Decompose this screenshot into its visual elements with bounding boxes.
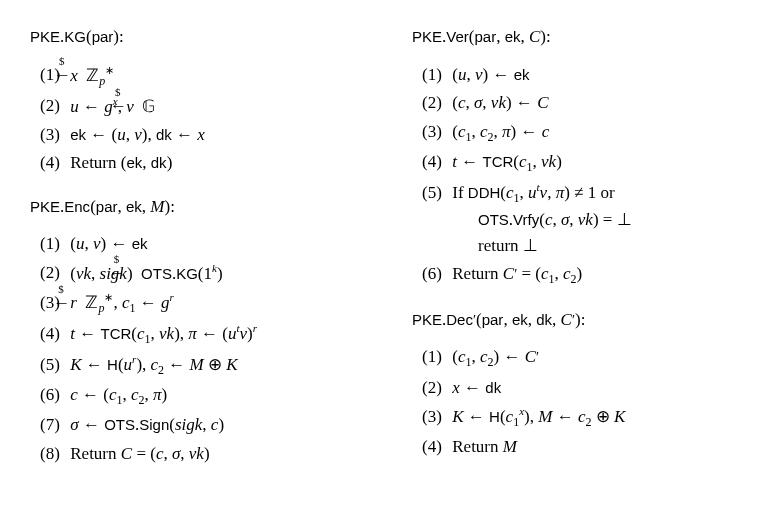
- dec-title: PKE.Dec′(par, ek, dk, C′):: [412, 307, 754, 333]
- algo-step: (1) (u, v) ← ek: [40, 231, 372, 257]
- algo-step: (3) ek ← (u, v), dk ← x: [40, 122, 372, 148]
- kg-title: PKE.KG(par):: [30, 24, 372, 50]
- algo-step: (2) x ← dk: [422, 375, 754, 401]
- algo-step: (5) If DDH(c1, utv, π) ≠ 1 orOTS.Vrfy(c,…: [422, 179, 754, 258]
- algo-step: (3) r $← ℤp∗, c1 ← gr: [40, 289, 372, 317]
- algo-step: (2) u ← gx, v $← 𝔾: [40, 93, 372, 119]
- algo-step: (4) t ← TCR(c1, vk), π ← (utv)r: [40, 320, 372, 348]
- algo-step: (6) c ← (c1, c2, π): [40, 382, 372, 409]
- algo-step: (3) K ← H(c1x), M ← c2 ⊕ K: [422, 403, 754, 431]
- algo-step: (1) (u, v) ← ek: [422, 62, 754, 88]
- algo-step: (4) Return M: [422, 434, 754, 460]
- ver-title: PKE.Ver(par, ek, C):: [412, 24, 754, 50]
- algo-step: (3) (c1, c2, π) ← c: [422, 119, 754, 146]
- algo-step: (8) Return C = (c, σ, vk): [40, 441, 372, 467]
- algo-step: (1) (c1, c2) ← C′: [422, 344, 754, 371]
- algo-step: (1) x $← ℤp∗: [40, 62, 372, 90]
- enc-title: PKE.Enc(par, ek, M):: [30, 194, 372, 220]
- two-column-layout: PKE.KG(par): (1) x $← ℤp∗(2) u ← gx, v $…: [30, 20, 754, 478]
- right-column: PKE.Ver(par, ek, C): (1) (u, v) ← ek(2) …: [412, 20, 754, 478]
- enc-steps: (1) (u, v) ← ek(2) (vk, sigk) $← OTS.KG(…: [40, 231, 372, 466]
- algo-step: (6) Return C′ = (c1, c2): [422, 261, 754, 288]
- kg-steps: (1) x $← ℤp∗(2) u ← gx, v $← 𝔾(3) ek ← (…: [40, 62, 372, 176]
- algo-step: (5) K ← H(ur), c2 ← M ⊕ K: [40, 351, 372, 379]
- dec-steps: (1) (c1, c2) ← C′(2) x ← dk(3) K ← H(c1x…: [422, 344, 754, 459]
- left-column: PKE.KG(par): (1) x $← ℤp∗(2) u ← gx, v $…: [30, 20, 372, 478]
- algo-step: (2) (vk, sigk) $← OTS.KG(1k): [40, 260, 372, 286]
- algo-step: (7) σ ← OTS.Sign(sigk, c): [40, 412, 372, 438]
- algo-step: (4) Return (ek, dk): [40, 150, 372, 176]
- ver-steps: (1) (u, v) ← ek(2) (c, σ, vk) ← C(3) (c1…: [422, 62, 754, 289]
- algo-step: (2) (c, σ, vk) ← C: [422, 90, 754, 116]
- algo-step: (4) t ← TCR(c1, vk): [422, 149, 754, 176]
